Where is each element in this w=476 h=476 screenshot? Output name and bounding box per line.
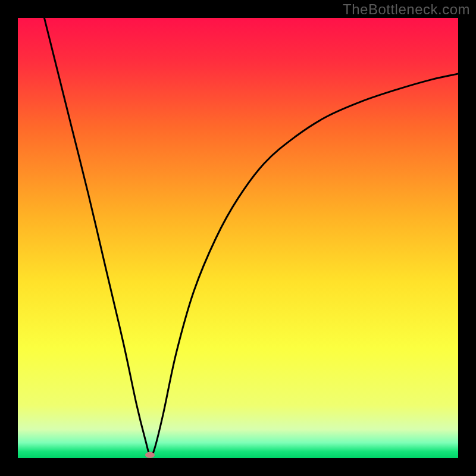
curve-layer [18, 18, 458, 458]
bottleneck-curve [44, 18, 458, 456]
plot-area [18, 18, 458, 458]
watermark-text: TheBottleneck.com [343, 1, 470, 18]
minimum-marker [145, 452, 155, 458]
chart-frame: TheBottleneck.com [0, 0, 476, 476]
